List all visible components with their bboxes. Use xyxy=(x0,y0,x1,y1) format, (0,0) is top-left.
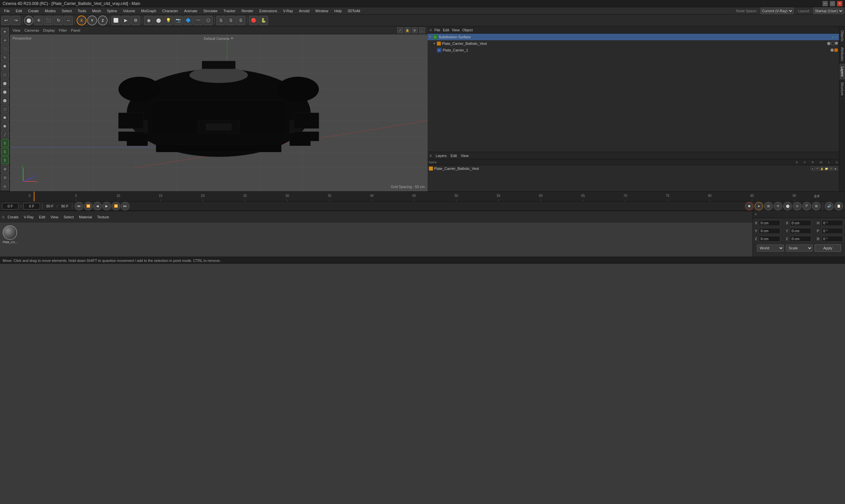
sidebar-tool-3[interactable]: ↻ xyxy=(1,53,9,61)
menu-tracker[interactable]: Tracker xyxy=(221,8,238,14)
viewport-lock[interactable]: 🔒 xyxy=(404,28,411,33)
sidebar-tool-4[interactable]: ⬟ xyxy=(1,62,9,70)
tab-structure[interactable]: Structure xyxy=(839,79,845,98)
viewport-nav-cameras[interactable]: Cameras xyxy=(24,29,39,32)
layout-select[interactable]: Startup (User) xyxy=(813,7,844,14)
layer-ind-lock[interactable]: 🔒 xyxy=(820,166,824,170)
layers-hamburger-icon[interactable]: ≡ xyxy=(430,154,432,158)
sidebar-tool-13[interactable]: ⊞ xyxy=(1,165,9,173)
tab-layers[interactable]: Layers xyxy=(839,64,845,79)
sidebar-tool-15[interactable]: ◎ xyxy=(1,182,9,190)
menu-create[interactable]: Create xyxy=(25,8,41,14)
tool-vray-2[interactable]: S xyxy=(226,16,236,25)
object-item-subdivision[interactable]: ▼ S Subdivision Surface ✓ ✓ xyxy=(428,34,839,40)
scale-select[interactable]: Scale xyxy=(786,245,813,252)
material-hamburger-icon[interactable]: ≡ xyxy=(2,215,4,219)
transport-extra-1[interactable]: ⊞ xyxy=(764,202,773,211)
tool-new-object[interactable]: ◉ xyxy=(144,16,153,25)
tool-camera[interactable]: 📷 xyxy=(174,16,183,25)
current-frame-input[interactable] xyxy=(2,203,18,210)
minimize-button[interactable]: ─ xyxy=(823,1,828,6)
tab-objects[interactable]: Objects xyxy=(839,28,845,44)
transport-extra-5[interactable]: P xyxy=(803,202,811,211)
sidebar-tool-11[interactable]: ⬟ xyxy=(1,122,9,130)
viewport-maximize[interactable]: ⤢ xyxy=(397,28,403,33)
mat-menu-texture[interactable]: Texture xyxy=(95,214,111,220)
object-item-plate-carrier-vest[interactable]: ▼ Plate_Carrier_Ballistic_Vest xyxy=(428,40,839,47)
layer-ind-eye[interactable]: 👁 xyxy=(815,166,819,170)
mat-menu-select[interactable]: Select xyxy=(62,214,76,220)
transport-extra-2[interactable]: ✛ xyxy=(774,202,782,211)
tool-select-rect[interactable]: ⬤ xyxy=(24,16,33,25)
tool-light[interactable]: 💡 xyxy=(164,16,173,25)
tool-extra-1[interactable]: 🔴 xyxy=(249,16,258,25)
viewport-nav-display[interactable]: Display xyxy=(43,29,55,32)
coord-b-input[interactable] xyxy=(822,236,843,242)
coord-h-input[interactable] xyxy=(822,220,843,226)
layer-row-plate-carrier[interactable]: Plate_Carrier_Ballistic_Vest ● 👁 🔒 📁 ⛓ ▶ xyxy=(428,165,839,172)
mat-menu-vray[interactable]: V-Ray xyxy=(22,214,36,220)
tool-vray-1[interactable]: S xyxy=(216,16,226,25)
sidebar-tool-s3[interactable]: S xyxy=(1,156,9,164)
coord-y-input[interactable] xyxy=(759,228,780,234)
step-back-button[interactable]: ⏪ xyxy=(84,202,92,211)
sidebar-tool-5[interactable]: ⬡ xyxy=(1,71,9,78)
sidebar-tool-s2[interactable]: S xyxy=(1,148,9,156)
mat-menu-edit[interactable]: Edit xyxy=(37,214,47,220)
coord-z2-input[interactable] xyxy=(790,236,811,242)
mat-menu-material[interactable]: Material xyxy=(77,214,94,220)
coord-y2-input[interactable] xyxy=(790,228,811,234)
objects-menu-object[interactable]: Object xyxy=(462,28,473,32)
menu-window[interactable]: Window xyxy=(313,8,331,14)
tool-object-mode[interactable]: ⬜ xyxy=(111,16,121,25)
sidebar-tool-12[interactable]: ╱ xyxy=(1,131,9,139)
menu-edit[interactable]: Edit xyxy=(13,8,25,14)
tool-deformer[interactable]: 🔷 xyxy=(184,16,193,25)
menu-simulate[interactable]: Simulate xyxy=(201,8,220,14)
transport-extra-3[interactable]: ⬤ xyxy=(783,202,792,211)
sidebar-tool-2[interactable]: ⬛ xyxy=(1,45,9,53)
play-forward-button[interactable]: ▶ xyxy=(102,202,111,211)
maximize-button[interactable]: □ xyxy=(830,1,835,6)
layer-ind-dot[interactable]: ● xyxy=(811,166,815,170)
objects-menu-view[interactable]: View xyxy=(452,28,460,32)
transport-extra-8[interactable]: 📋 xyxy=(834,202,843,211)
record-preview-button[interactable]: ● xyxy=(755,202,763,211)
menu-vray[interactable]: V-Ray xyxy=(280,8,295,14)
sidebar-tool-1[interactable]: ✛ xyxy=(1,36,9,44)
record-button[interactable]: ⏺ xyxy=(745,202,754,211)
tool-spline[interactable]: 〰 xyxy=(193,16,203,25)
go-start-button[interactable]: ⏮ xyxy=(75,202,83,211)
menu-3dtoall[interactable]: 3DToAll xyxy=(345,8,363,14)
tab-attributes[interactable]: Attributes xyxy=(839,44,845,64)
tool-mograph[interactable]: ⬡ xyxy=(203,16,213,25)
tool-move[interactable]: ✛ xyxy=(34,16,43,25)
tool-play[interactable]: ▶ xyxy=(121,16,131,25)
layer-ind-chain[interactable]: ⛓ xyxy=(829,166,833,170)
menu-animate[interactable]: Animate xyxy=(181,8,200,14)
undo-button[interactable]: ↩ xyxy=(1,16,11,25)
coord-x2-input[interactable] xyxy=(790,220,811,226)
objects-menu-edit[interactable]: Edit xyxy=(443,28,449,32)
sidebar-tool-7[interactable]: ⬤ xyxy=(1,88,9,96)
attr-hamburger[interactable]: ≡ xyxy=(755,212,757,216)
layers-menu-layers[interactable]: Layers xyxy=(436,154,447,158)
viewport-nav-panel[interactable]: Panel xyxy=(71,29,80,32)
tool-scale[interactable]: ⬛ xyxy=(44,16,53,25)
objects-menu-file[interactable]: File xyxy=(434,28,441,32)
sidebar-tool-8[interactable]: ⬤ xyxy=(1,96,9,104)
layer-ind-folder[interactable]: 📁 xyxy=(825,166,828,170)
apply-button[interactable]: Apply xyxy=(815,245,841,252)
menu-modes[interactable]: Modes xyxy=(42,8,58,14)
menu-mograph[interactable]: MoGraph xyxy=(138,8,159,14)
step-forward-button[interactable]: ⏩ xyxy=(111,202,120,211)
viewport-grid[interactable]: ⊞ xyxy=(412,28,418,33)
menu-file[interactable]: File xyxy=(1,8,13,14)
tool-extra-2[interactable]: 🐍 xyxy=(259,16,268,25)
coord-z-input[interactable] xyxy=(759,236,780,242)
viewport-nav-view[interactable]: View xyxy=(13,29,20,32)
viewport[interactable]: Perspective Default Camera ✳ Grid Spacin… xyxy=(10,34,428,191)
axis-z-button[interactable]: Z xyxy=(98,16,108,25)
object-item-plate-carrier-1[interactable]: M Plate_Carrier_1 xyxy=(428,47,839,53)
viewport-nav-filter[interactable]: Filter xyxy=(59,29,67,32)
